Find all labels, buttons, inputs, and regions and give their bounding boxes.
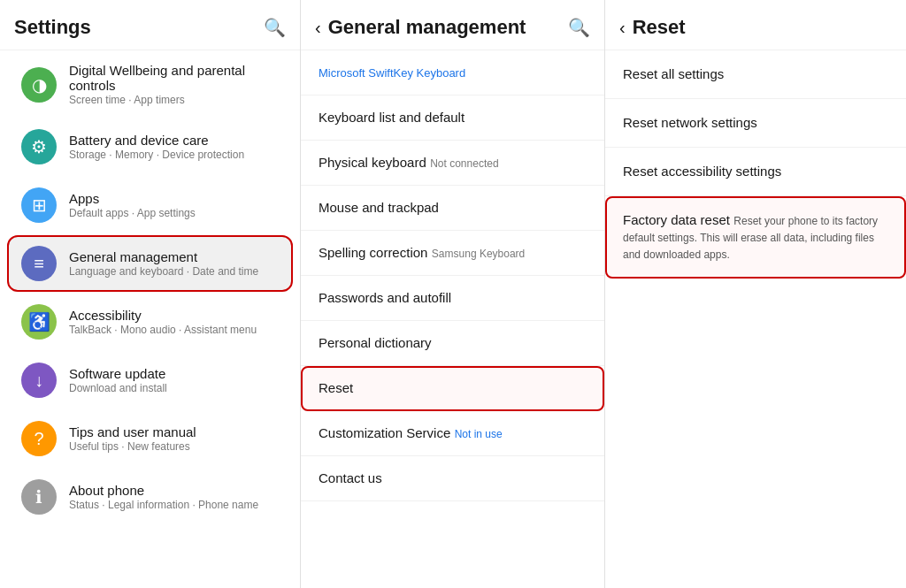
settings-title: Settings [14,16,91,39]
right-panel-title: Reset [633,16,686,39]
middle-item-personal-dictionary[interactable]: Personal dictionary [301,321,604,366]
tips-title: Tips and user manual [69,424,196,439]
reset-all-settings-title: Reset all settings [623,66,724,81]
middle-item-contact-us[interactable]: Contact us [301,456,604,501]
passwords-autofill-title: Passwords and autofill [319,290,451,305]
reset-accessibility-settings-title: Reset accessibility settings [623,164,781,179]
middle-header-left: ‹ General management [315,16,526,39]
middle-item-mouse-trackpad[interactable]: Mouse and trackpad [301,186,604,231]
about-phone-title: About phone [69,483,258,498]
middle-item-reset[interactable]: Reset [301,366,604,411]
sidebar-item-software-update[interactable]: ↓ Software update Download and install [7,352,293,409]
right-item-reset-accessibility-settings[interactable]: Reset accessibility settings [605,148,906,196]
middle-item-spelling-correction[interactable]: Spelling correction Samsung Keyboard [301,231,604,276]
contact-us-title: Contact us [319,470,382,485]
middle-panel-header: ‹ General management 🔍 [301,0,604,50]
software-update-icon: ↓ [21,363,57,398]
accessibility-text-group: Accessibility TalkBack · Mono audio · As… [69,308,257,336]
sidebar-item-general-management[interactable]: ≡ General management Language and keyboa… [7,235,293,292]
apps-icon: ⊞ [21,187,57,223]
reset-network-settings-title: Reset network settings [623,115,757,130]
customization-service-subtitle: Not in use [455,428,503,440]
general-management-panel: ‹ General management 🔍 Microsoft SwiftKe… [301,0,605,588]
middle-item-swift-key[interactable]: Microsoft SwiftKey Keyboard [301,50,604,95]
middle-item-keyboard-list[interactable]: Keyboard list and default [301,95,604,141]
right-item-reset-network-settings[interactable]: Reset network settings [605,99,906,148]
settings-search-button[interactable]: 🔍 [264,17,286,38]
right-item-reset-all-settings[interactable]: Reset all settings [605,50,906,99]
digital-wellbeing-text-group: Digital Wellbeing and parental controls … [69,63,279,106]
accessibility-subtitle: TalkBack · Mono audio · Assistant menu [69,324,257,336]
left-panel-header: Settings 🔍 [0,0,300,50]
physical-keyboard-subtitle: Not connected [430,157,498,170]
battery-title: Battery and device care [69,133,244,148]
apps-subtitle: Default apps · App settings [69,207,196,219]
battery-text-group: Battery and device care Storage · Memory… [69,133,244,161]
middle-item-customization-service[interactable]: Customization Service Not in use [301,411,604,456]
apps-title: Apps [69,191,196,206]
personal-dictionary-title: Personal dictionary [319,335,432,350]
right-header-left: ‹ Reset [619,16,686,39]
spelling-correction-title: Spelling correction [319,245,427,260]
sidebar-item-tips[interactable]: ? Tips and user manual Useful tips · New… [7,410,293,467]
customization-service-title: Customization Service [319,425,450,440]
sidebar-item-accessibility[interactable]: ♿ Accessibility TalkBack · Mono audio · … [7,294,293,350]
reset-panel: ‹ Reset Reset all settings Reset network… [605,0,906,588]
tips-icon: ? [21,421,57,456]
sidebar-item-digital-wellbeing[interactable]: ◑ Digital Wellbeing and parental control… [7,52,293,117]
middle-search-button[interactable]: 🔍 [568,17,590,38]
factory-data-reset-title: Factory data reset [623,212,730,227]
swift-key-link[interactable]: Microsoft SwiftKey Keyboard [319,66,465,80]
middle-back-button[interactable]: ‹ [315,18,321,38]
middle-panel-title: General management [328,16,526,39]
sidebar-item-apps[interactable]: ⊞ Apps Default apps · App settings [7,177,293,233]
about-phone-subtitle: Status · Legal information · Phone name [69,499,258,511]
accessibility-icon: ♿ [21,304,57,340]
battery-icon: ⚙ [21,129,57,164]
battery-subtitle: Storage · Memory · Device protection [69,149,244,161]
right-item-factory-data-reset[interactable]: Factory data reset Reset your phone to i… [605,196,906,279]
spelling-correction-subtitle: Samsung Keyboard [432,248,525,260]
settings-list: ◑ Digital Wellbeing and parental control… [0,50,300,588]
digital-wellbeing-subtitle: Screen time · App timers [69,94,279,106]
general-management-subtitle: Language and keyboard · Date and time [69,265,258,278]
about-phone-icon: ℹ [21,479,57,515]
software-update-text-group: Software update Download and install [69,366,167,394]
right-panel-header: ‹ Reset [605,0,906,50]
software-update-title: Software update [69,366,167,381]
keyboard-list-title: Keyboard list and default [319,110,465,125]
sidebar-item-battery[interactable]: ⚙ Battery and device care Storage · Memo… [7,118,293,175]
sidebar-item-about-phone[interactable]: ℹ About phone Status · Legal information… [7,469,293,525]
tips-subtitle: Useful tips · New features [69,440,196,453]
reset-title: Reset [319,380,353,395]
middle-item-physical-keyboard[interactable]: Physical keyboard Not connected [301,141,604,186]
reset-list: Reset all settings Reset network setting… [605,50,906,588]
general-management-list: Microsoft SwiftKey Keyboard Keyboard lis… [301,50,604,588]
apps-text-group: Apps Default apps · App settings [69,191,196,219]
settings-panel: Settings 🔍 ◑ Digital Wellbeing and paren… [0,0,301,588]
right-back-button[interactable]: ‹ [619,18,626,38]
mouse-trackpad-title: Mouse and trackpad [319,200,439,215]
software-update-subtitle: Download and install [69,382,167,394]
digital-wellbeing-title: Digital Wellbeing and parental controls [69,63,279,93]
tips-text-group: Tips and user manual Useful tips · New f… [69,424,196,453]
about-phone-text-group: About phone Status · Legal information ·… [69,483,258,511]
general-management-text-group: General management Language and keyboard… [69,249,258,278]
physical-keyboard-title: Physical keyboard [319,155,426,170]
digital-wellbeing-icon: ◑ [21,67,57,103]
general-management-icon: ≡ [21,246,57,281]
accessibility-title: Accessibility [69,308,257,323]
middle-item-passwords-autofill[interactable]: Passwords and autofill [301,276,604,321]
general-management-title: General management [69,249,258,264]
